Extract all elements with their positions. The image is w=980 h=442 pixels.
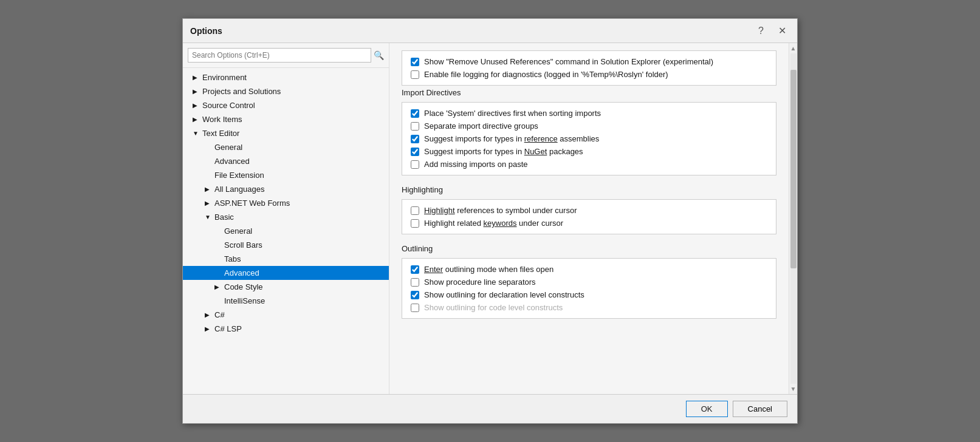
- sidebar-item-code-style[interactable]: ▶ Code Style: [183, 280, 389, 294]
- section-box-highlighting: Highlight references to symbol under cur…: [402, 199, 776, 234]
- arrow-csharp: ▶: [205, 311, 212, 318]
- dialog-title-area: Options: [190, 26, 222, 36]
- scroll-track: [790, 53, 797, 384]
- arrow-all-lang: ▶: [205, 186, 212, 192]
- sidebar-label-work: Work Items: [202, 115, 242, 124]
- sidebar-item-csharp[interactable]: ▶ C#: [183, 308, 389, 322]
- sidebar-item-csharp-lsp[interactable]: ▶ C# LSP: [183, 322, 389, 336]
- scroll-up-arrow[interactable]: ▲: [789, 43, 797, 53]
- section-box-outlining: Enter outlining mode when files open Sho…: [402, 258, 776, 319]
- checkbox-suggest-nuget: Suggest imports for types in NuGet packa…: [411, 147, 767, 156]
- check-show-code[interactable]: [411, 304, 419, 312]
- checkbox-highlight-references: Highlight references to symbol under cur…: [411, 206, 767, 215]
- sidebar-label-advanced: Advanced: [214, 157, 250, 166]
- section-outlining: Outlining Enter outlining mode when file…: [402, 244, 776, 319]
- check-place-system[interactable]: [411, 109, 419, 118]
- sidebar-label-csharp-lsp: C# LSP: [214, 324, 242, 333]
- section-import-directives: Import Directives Place 'System' directi…: [402, 88, 776, 175]
- options-dialog: Options ? ✕ 🔍 ▶ Environment ▶: [182, 18, 798, 424]
- arrow-code-style: ▶: [214, 284, 222, 290]
- sidebar-item-general[interactable]: General: [183, 140, 389, 154]
- sidebar-label-scroll-bars: Scroll Bars: [224, 240, 262, 250]
- help-button[interactable]: ?: [755, 24, 767, 38]
- sidebar-label-environment: Environment: [202, 73, 247, 82]
- search-input[interactable]: [188, 48, 371, 63]
- sidebar-item-projects-solutions[interactable]: ▶ Projects and Solutions: [183, 84, 389, 98]
- underline-nuget: NuGet: [524, 147, 547, 156]
- main-content: Show "Remove Unused References" command …: [389, 43, 789, 394]
- check-show-remove-unused[interactable]: [411, 58, 419, 66]
- sidebar-label-text-editor: Text Editor: [202, 129, 239, 138]
- sidebar-item-basic-general[interactable]: General: [183, 224, 389, 238]
- sidebar-label-aspnet: ASP.NET Web Forms: [214, 199, 290, 208]
- section-header-import: Import Directives: [402, 88, 776, 97]
- title-bar: Options ? ✕: [183, 19, 797, 43]
- arrow-csharp-lsp: ▶: [205, 325, 212, 332]
- sidebar-label-adv-sel: Advanced: [224, 268, 259, 277]
- check-separate-groups[interactable]: [411, 122, 419, 131]
- cancel-button[interactable]: Cancel: [733, 401, 787, 417]
- label-enter-outlining: Enter outlining mode when files open: [424, 265, 553, 274]
- sidebar-item-scroll-bars[interactable]: Scroll Bars: [183, 238, 389, 252]
- sidebar-label-intellisense: IntelliSense: [224, 296, 265, 305]
- sidebar-item-aspnet[interactable]: ▶ ASP.NET Web Forms: [183, 196, 389, 210]
- label-show-code: Show outlining for code level constructs: [424, 303, 563, 312]
- sidebar-item-intellisense[interactable]: IntelliSense: [183, 294, 389, 308]
- sidebar-label-all-lang: All Languages: [214, 185, 264, 194]
- check-suggest-reference[interactable]: [411, 135, 419, 143]
- arrow-aspnet: ▶: [205, 200, 212, 206]
- sidebar-label-projects: Projects and Solutions: [202, 87, 281, 96]
- sidebar-item-advanced-selected[interactable]: Advanced: [183, 266, 389, 280]
- sidebar-item-source-control[interactable]: ▶ Source Control: [183, 98, 389, 112]
- label-show-declaration: Show outlining for declaration level con…: [424, 290, 584, 299]
- checkbox-place-system: Place 'System' directives first when sor…: [411, 109, 767, 118]
- sidebar-item-file-extension[interactable]: File Extension: [183, 168, 389, 182]
- check-suggest-nuget[interactable]: [411, 148, 419, 156]
- check-show-declaration[interactable]: [411, 291, 419, 299]
- dialog-body: 🔍 ▶ Environment ▶ Projects and Solutions…: [183, 43, 797, 394]
- label-highlight-keywords: Highlight related keywords under cursor: [424, 219, 563, 228]
- ok-button[interactable]: OK: [686, 401, 728, 417]
- label-highlight-references: Highlight references to symbol under cur…: [424, 206, 577, 215]
- sidebar-label-basic-general: General: [224, 226, 252, 236]
- arrow-text-editor: ▼: [193, 130, 200, 137]
- sidebar-label-basic: Basic: [214, 212, 234, 222]
- sidebar-item-work-items[interactable]: ▶ Work Items: [183, 112, 389, 126]
- sidebar-item-all-languages[interactable]: ▶ All Languages: [183, 182, 389, 196]
- sidebar-label-csharp: C#: [214, 310, 225, 319]
- checkbox-separate-groups: Separate import directive groups: [411, 121, 767, 131]
- sidebar-item-basic[interactable]: ▼ Basic: [183, 210, 389, 224]
- check-show-procedure[interactable]: [411, 278, 419, 287]
- sidebar-item-environment[interactable]: ▶ Environment: [183, 70, 389, 84]
- sidebar-label-source: Source Control: [202, 101, 255, 110]
- content-scroll: Show "Remove Unused References" command …: [389, 43, 789, 394]
- right-scrollbar[interactable]: ▲ ▼: [789, 43, 797, 394]
- search-icon[interactable]: 🔍: [374, 50, 384, 60]
- underline-enter: Enter: [424, 265, 443, 274]
- top-options-section: Show "Remove Unused References" command …: [402, 50, 776, 86]
- label-show-procedure: Show procedure line separators: [424, 277, 536, 287]
- scroll-down-arrow[interactable]: ▼: [789, 384, 797, 394]
- sidebar-item-tabs[interactable]: Tabs: [183, 252, 389, 266]
- arrow-environment: ▶: [193, 74, 200, 81]
- check-enable-logging[interactable]: [411, 70, 419, 79]
- label-add-missing: Add missing imports on paste: [424, 160, 528, 169]
- arrow-source: ▶: [193, 102, 200, 109]
- check-add-missing[interactable]: [411, 160, 419, 169]
- check-enter-outlining[interactable]: [411, 265, 419, 274]
- arrow-projects: ▶: [193, 88, 200, 95]
- title-controls: ? ✕: [755, 24, 790, 38]
- section-highlighting: Highlighting Highlight references to sym…: [402, 185, 776, 234]
- underline-highlight: Highlight: [424, 206, 455, 215]
- arrow-basic: ▼: [205, 214, 212, 220]
- sidebar-item-text-editor[interactable]: ▼ Text Editor: [183, 126, 389, 140]
- arrow-work: ▶: [193, 116, 200, 123]
- sidebar-label-code-style: Code Style: [224, 282, 263, 291]
- close-button[interactable]: ✕: [775, 24, 790, 38]
- tree-container: ▶ Environment ▶ Projects and Solutions ▶…: [183, 68, 389, 394]
- check-highlight-references[interactable]: [411, 206, 419, 215]
- checkbox-enter-outlining: Enter outlining mode when files open: [411, 265, 767, 274]
- sidebar-item-advanced[interactable]: Advanced: [183, 154, 389, 168]
- checkbox-show-declaration: Show outlining for declaration level con…: [411, 290, 767, 299]
- check-highlight-keywords[interactable]: [411, 219, 419, 228]
